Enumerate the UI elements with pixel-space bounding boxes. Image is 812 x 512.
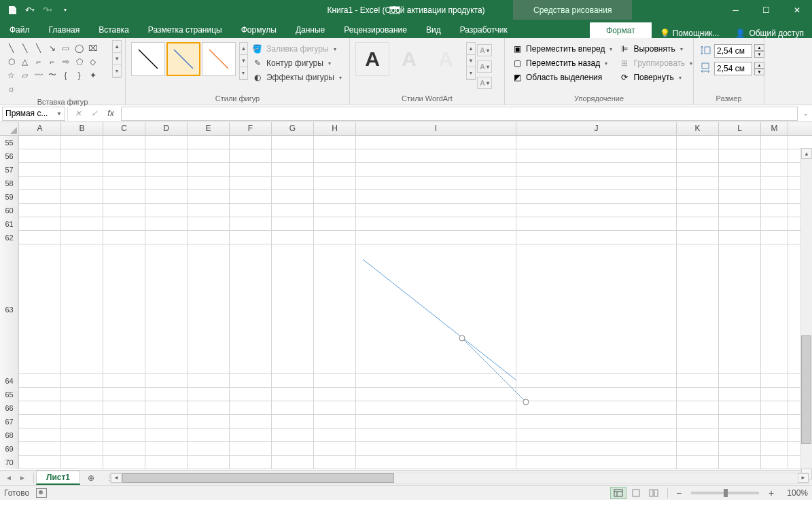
cell[interactable] (356, 231, 516, 244)
cell[interactable] (145, 204, 188, 217)
cell[interactable] (356, 177, 516, 190)
cell[interactable] (761, 442, 788, 456)
cell[interactable] (516, 401, 677, 415)
cell[interactable] (761, 190, 788, 204)
column-header[interactable]: F (230, 122, 272, 135)
cell[interactable] (516, 231, 677, 244)
cell[interactable] (103, 177, 145, 190)
cell[interactable] (761, 388, 788, 401)
cell[interactable] (230, 388, 272, 401)
cell[interactable] (188, 204, 230, 217)
column-header[interactable]: G (272, 122, 314, 135)
cell[interactable] (761, 177, 788, 190)
zoom-out-button[interactable]: − (673, 488, 684, 498)
wordart-preset[interactable]: А (392, 42, 426, 76)
cell[interactable] (188, 217, 230, 231)
cell[interactable] (719, 204, 761, 217)
spinner[interactable]: ▲▼ (754, 44, 764, 58)
cell[interactable] (677, 374, 719, 388)
cell[interactable] (19, 177, 61, 190)
cell[interactable] (61, 374, 103, 388)
view-normal-button[interactable] (610, 487, 626, 499)
shape-height-field[interactable]: ▲▼ (700, 44, 764, 58)
cell[interactable] (272, 401, 314, 415)
cell[interactable] (145, 456, 188, 469)
shape-callout-icon[interactable]: ◇ (86, 55, 99, 68)
chevron-down-icon[interactable]: ▼ (56, 111, 62, 117)
cell[interactable] (516, 388, 677, 401)
cell[interactable] (230, 217, 272, 231)
cell[interactable] (19, 217, 61, 231)
cell[interactable] (356, 163, 516, 177)
cell[interactable] (19, 163, 61, 177)
cell[interactable] (61, 415, 103, 428)
shape-width-field[interactable]: ▲▼ (700, 62, 764, 75)
cell[interactable] (61, 204, 103, 217)
cell[interactable] (516, 149, 677, 163)
cell[interactable] (719, 456, 761, 469)
cell[interactable] (314, 442, 356, 456)
shape-fill-button[interactable]: 🪣Заливка фигуры▾ (249, 42, 345, 56)
width-input[interactable] (714, 62, 752, 75)
row-header[interactable]: 67 (0, 415, 19, 428)
shape-sun-icon[interactable]: ☼ (5, 82, 18, 95)
tab-insert[interactable]: Вставка (89, 21, 139, 38)
cell[interactable] (145, 217, 188, 231)
view-pagebreak-button[interactable] (646, 487, 662, 499)
tab-file[interactable]: Файл (0, 21, 39, 38)
cell[interactable] (188, 244, 230, 374)
cell[interactable] (103, 415, 145, 428)
gallery-scroll[interactable]: ▲▼▾ (239, 42, 248, 80)
cell[interactable] (19, 374, 61, 388)
cell[interactable] (356, 442, 516, 456)
cell[interactable] (516, 456, 677, 469)
cell[interactable] (145, 388, 188, 401)
cell[interactable] (61, 217, 103, 231)
row-header[interactable]: 55 (0, 136, 19, 149)
cell[interactable] (677, 415, 719, 428)
cell[interactable] (356, 374, 516, 388)
cell[interactable] (356, 190, 516, 204)
row-header[interactable]: 56 (0, 149, 19, 163)
cell[interactable] (677, 442, 719, 456)
cell[interactable] (314, 428, 356, 442)
cell[interactable] (761, 244, 788, 374)
cell[interactable] (356, 136, 516, 149)
shape-effects-button[interactable]: ◐Эффекты фигуры▾ (249, 71, 345, 84)
cell[interactable] (61, 456, 103, 469)
tell-me-search[interactable]: 💡Помощник... (652, 29, 728, 38)
cell[interactable] (103, 136, 145, 149)
send-backward-button[interactable]: ▢Переместить назад▾ (510, 56, 614, 70)
cell[interactable] (677, 456, 719, 469)
cell[interactable] (356, 388, 516, 401)
name-box[interactable]: Прямая с...▼ (2, 107, 65, 121)
cell[interactable] (314, 190, 356, 204)
qat-customize[interactable]: ▾ (57, 2, 73, 18)
cell[interactable] (761, 204, 788, 217)
cell[interactable] (61, 388, 103, 401)
row-header[interactable]: 63 (0, 244, 19, 374)
cell[interactable] (677, 190, 719, 204)
minimize-button[interactable]: ─ (720, 0, 751, 20)
cell[interactable] (356, 428, 516, 442)
shape-pentagon-icon[interactable]: ⬠ (73, 55, 86, 68)
cell[interactable] (272, 177, 314, 190)
cell[interactable] (761, 149, 788, 163)
cell[interactable] (145, 136, 188, 149)
cell[interactable] (677, 244, 719, 374)
cell[interactable] (272, 149, 314, 163)
cell[interactable] (61, 190, 103, 204)
cell[interactable] (356, 415, 516, 428)
shape-oval-icon[interactable]: ◯ (73, 41, 86, 54)
cell[interactable] (314, 388, 356, 401)
cell[interactable] (761, 374, 788, 388)
cell[interactable] (719, 149, 761, 163)
cell[interactable] (61, 401, 103, 415)
row-header[interactable]: 70 (0, 456, 19, 469)
spinner[interactable]: ▲▼ (754, 62, 764, 75)
cell[interactable] (272, 428, 314, 442)
cell[interactable] (314, 149, 356, 163)
cell[interactable] (230, 231, 272, 244)
column-header[interactable]: E (188, 122, 230, 135)
row-header[interactable]: 62 (0, 231, 19, 244)
